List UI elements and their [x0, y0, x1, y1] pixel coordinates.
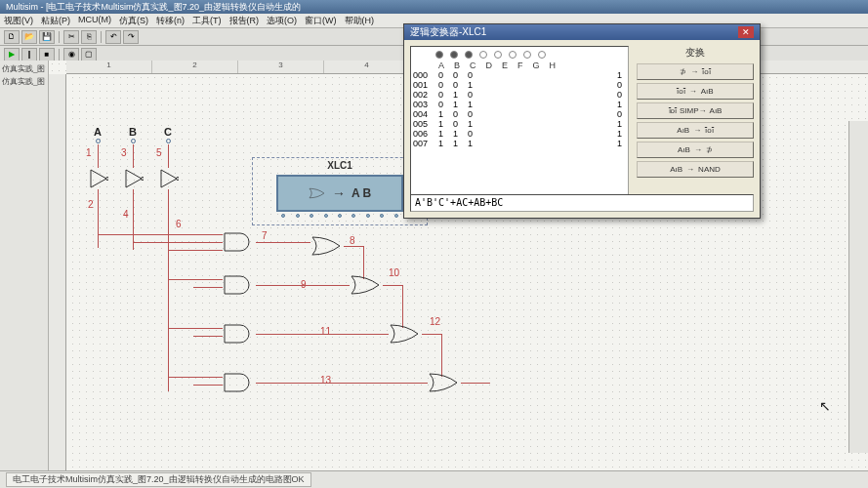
- net-7: 7: [262, 230, 268, 241]
- tb-stop[interactable]: ■: [39, 48, 55, 61]
- ruler-vertical: [49, 74, 66, 470]
- wire: [256, 285, 350, 286]
- tb-run[interactable]: ▶: [4, 48, 20, 61]
- inverter-b[interactable]: [124, 168, 144, 189]
- net-12: 12: [430, 316, 440, 327]
- truth-table-row[interactable]: 0000001: [413, 70, 626, 80]
- net-8: 8: [350, 235, 355, 246]
- wire: [461, 383, 490, 384]
- truth-table-row[interactable]: 0051011: [413, 119, 626, 129]
- truth-table-row[interactable]: 0071111: [413, 139, 626, 148]
- dialog-title-bar[interactable]: 逻辑变换器-XLC1 ✕: [404, 24, 760, 40]
- and-gate-3[interactable]: [223, 323, 256, 345]
- dialog-title: 逻辑变换器-XLC1: [410, 25, 486, 39]
- menu-paste[interactable]: 粘贴(P): [41, 15, 70, 26]
- net-3: 3: [121, 147, 127, 158]
- tree-item[interactable]: 仿真实践_图7.: [2, 75, 46, 88]
- or-gate-4[interactable]: [428, 372, 461, 393]
- instrument-toolbar[interactable]: [848, 121, 868, 453]
- wire: [168, 279, 223, 280]
- wire: [98, 234, 223, 235]
- xlc1-body: → A B: [276, 175, 403, 212]
- menu-mcu[interactable]: MCU(M): [78, 15, 111, 26]
- tb-cut[interactable]: ✂: [63, 30, 79, 44]
- tree-item[interactable]: 仿真实践_图7.20: [2, 62, 46, 75]
- xlc1-ab: A B: [351, 186, 371, 200]
- menu-options[interactable]: 选项(O): [267, 15, 297, 26]
- wire: [98, 189, 99, 248]
- inverter-c[interactable]: [159, 168, 179, 189]
- conversion-panel: 变换 ⊅→ı̄oı̄ı̄oı̄→AıBı̄oı̄SIMP→AıBAıB→ı̄oı…: [637, 46, 754, 212]
- truth-table-row[interactable]: 0020100: [413, 90, 626, 100]
- and-gate-1[interactable]: [223, 231, 256, 253]
- wire: [193, 287, 223, 288]
- menu-simulate[interactable]: 仿真(S): [119, 15, 148, 26]
- or-gate-2[interactable]: [350, 274, 383, 296]
- truth-table-row[interactable]: 0010010: [413, 80, 626, 90]
- tb-open[interactable]: 📂: [21, 30, 37, 44]
- input-a-label: A: [94, 126, 102, 138]
- wire: [168, 250, 169, 391]
- inverter-a[interactable]: [89, 168, 108, 189]
- xlc1-label: XLC1: [253, 160, 427, 171]
- title-bar: Multisim - [电工电子技术Multisim仿真实践_图7.20_由逻辑…: [0, 0, 868, 14]
- or-gate-1[interactable]: [310, 235, 344, 257]
- tb-redo[interactable]: ↷: [123, 30, 139, 44]
- conversion-button[interactable]: AıB→⊅: [637, 142, 754, 158]
- conversion-button[interactable]: ⊅→ı̄oı̄: [637, 63, 754, 80]
- tb-pause[interactable]: ‖: [21, 48, 37, 61]
- pin-c[interactable]: [166, 139, 171, 143]
- design-tree[interactable]: 仿真实践_图7.20 仿真实践_图7.: [0, 61, 49, 470]
- xlc1-pins: [276, 214, 403, 218]
- wire: [168, 189, 169, 253]
- tb-copy[interactable]: ⎘: [81, 30, 97, 44]
- conversion-button[interactable]: AıB→ı̄oı̄: [637, 122, 754, 139]
- wire: [193, 385, 223, 386]
- menu-help[interactable]: 帮助(H): [345, 15, 375, 26]
- or-gate-3[interactable]: [389, 323, 422, 345]
- truth-table[interactable]: ABCDEFGH 0000001001001000201000030111004…: [410, 46, 629, 212]
- tb-new[interactable]: 🗋: [4, 30, 20, 44]
- and-gate-4[interactable]: [223, 372, 256, 393]
- xlc1-component[interactable]: XLC1 → A B: [252, 157, 428, 225]
- status-tab[interactable]: 电工电子技术Multisim仿真实践_图7.20_由逻辑转换仪自动生成的电路图O…: [6, 472, 311, 487]
- multisim-window: Multisim - [电工电子技术Multisim仿真实践_图7.20_由逻辑…: [0, 0, 868, 488]
- pin-b[interactable]: [131, 139, 136, 143]
- logic-converter-dialog[interactable]: 逻辑变换器-XLC1 ✕ ABCDEFGH 000000100100100020…: [403, 23, 761, 219]
- truth-table-row[interactable]: 0061101: [413, 129, 626, 139]
- truth-table-headers: ABCDEFGH: [413, 61, 626, 70]
- expression-field[interactable]: A'B'C'+AC+AB+BC: [410, 194, 754, 212]
- wire: [193, 336, 223, 337]
- dialog-body: ABCDEFGH 0000001001001000201000030111004…: [404, 40, 760, 218]
- pin-a[interactable]: [96, 139, 101, 143]
- menu-reports[interactable]: 报告(R): [229, 15, 260, 26]
- arrow-icon: →: [332, 185, 346, 201]
- truth-table-row[interactable]: 0041000: [413, 109, 626, 119]
- wire: [402, 285, 403, 328]
- wire: [256, 334, 389, 335]
- net-6: 6: [176, 219, 182, 229]
- close-button[interactable]: ✕: [738, 26, 754, 38]
- conversion-button[interactable]: ı̄oı̄→AıB: [637, 83, 754, 100]
- net-4: 4: [123, 209, 129, 220]
- wire: [168, 144, 169, 168]
- net-10: 10: [389, 267, 399, 278]
- wire: [383, 285, 402, 286]
- conversion-button[interactable]: ı̄oı̄SIMP→AıB: [637, 102, 754, 119]
- wire: [168, 250, 223, 251]
- variable-toggles[interactable]: [413, 49, 626, 61]
- and-gate-2[interactable]: [223, 274, 256, 296]
- tb-undo[interactable]: ↶: [105, 30, 121, 44]
- tb-misc[interactable]: ◉: [63, 48, 79, 61]
- menu-window[interactable]: 窗口(W): [305, 15, 337, 26]
- tb-misc2[interactable]: ▢: [81, 48, 97, 61]
- menu-tools[interactable]: 工具(T): [192, 15, 222, 26]
- wire: [133, 144, 134, 168]
- truth-table-row[interactable]: 0030111: [413, 100, 626, 109]
- wire: [422, 334, 441, 335]
- menu-transfer[interactable]: 转移(n): [156, 15, 185, 26]
- tb-save[interactable]: 💾: [39, 30, 55, 44]
- wire: [256, 383, 428, 384]
- menu-view[interactable]: 视图(V): [4, 15, 33, 26]
- conversion-button[interactable]: AıB→NAND: [637, 161, 754, 178]
